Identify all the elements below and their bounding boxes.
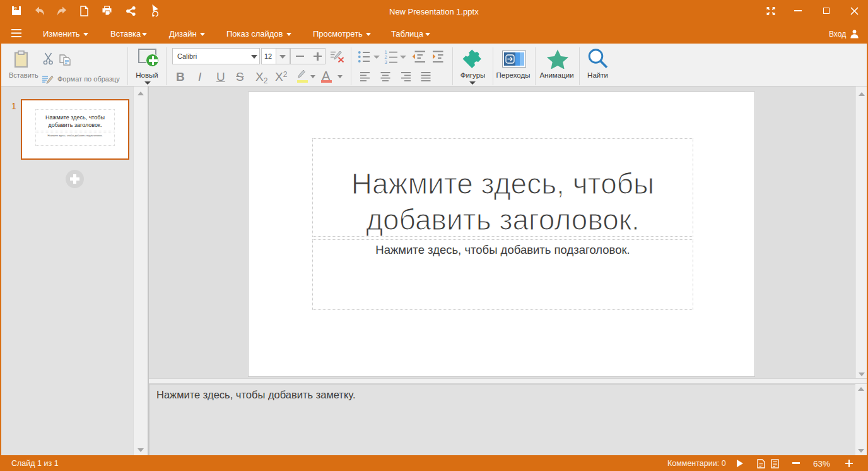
- svg-text:3: 3: [385, 59, 387, 64]
